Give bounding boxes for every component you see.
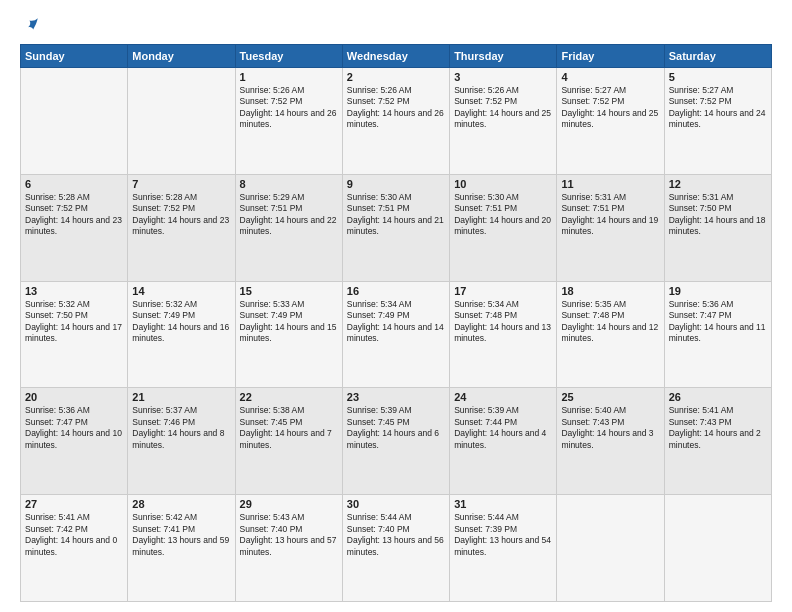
weekday-header-saturday: Saturday [664,45,771,68]
day-info: Sunrise: 5:34 AM Sunset: 7:49 PM Dayligh… [347,299,445,345]
calendar-cell: 23Sunrise: 5:39 AM Sunset: 7:45 PM Dayli… [342,388,449,495]
day-info: Sunrise: 5:42 AM Sunset: 7:41 PM Dayligh… [132,512,230,558]
day-info: Sunrise: 5:30 AM Sunset: 7:51 PM Dayligh… [347,192,445,238]
calendar-cell: 19Sunrise: 5:36 AM Sunset: 7:47 PM Dayli… [664,281,771,388]
calendar-cell: 22Sunrise: 5:38 AM Sunset: 7:45 PM Dayli… [235,388,342,495]
day-info: Sunrise: 5:31 AM Sunset: 7:51 PM Dayligh… [561,192,659,238]
logo [20,16,40,34]
day-info: Sunrise: 5:44 AM Sunset: 7:40 PM Dayligh… [347,512,445,558]
calendar-cell: 13Sunrise: 5:32 AM Sunset: 7:50 PM Dayli… [21,281,128,388]
day-info: Sunrise: 5:32 AM Sunset: 7:49 PM Dayligh… [132,299,230,345]
weekday-header-friday: Friday [557,45,664,68]
calendar-cell [128,68,235,175]
day-info: Sunrise: 5:38 AM Sunset: 7:45 PM Dayligh… [240,405,338,451]
day-number: 15 [240,285,338,297]
calendar-cell: 16Sunrise: 5:34 AM Sunset: 7:49 PM Dayli… [342,281,449,388]
calendar-cell: 1Sunrise: 5:26 AM Sunset: 7:52 PM Daylig… [235,68,342,175]
calendar-cell: 25Sunrise: 5:40 AM Sunset: 7:43 PM Dayli… [557,388,664,495]
calendar-week-row: 27Sunrise: 5:41 AM Sunset: 7:42 PM Dayli… [21,495,772,602]
day-number: 7 [132,178,230,190]
day-info: Sunrise: 5:26 AM Sunset: 7:52 PM Dayligh… [240,85,338,131]
calendar-cell: 3Sunrise: 5:26 AM Sunset: 7:52 PM Daylig… [450,68,557,175]
calendar-cell: 4Sunrise: 5:27 AM Sunset: 7:52 PM Daylig… [557,68,664,175]
calendar-cell: 14Sunrise: 5:32 AM Sunset: 7:49 PM Dayli… [128,281,235,388]
day-number: 26 [669,391,767,403]
day-number: 9 [347,178,445,190]
day-info: Sunrise: 5:44 AM Sunset: 7:39 PM Dayligh… [454,512,552,558]
day-info: Sunrise: 5:26 AM Sunset: 7:52 PM Dayligh… [347,85,445,131]
day-number: 30 [347,498,445,510]
weekday-header-monday: Monday [128,45,235,68]
calendar-cell: 6Sunrise: 5:28 AM Sunset: 7:52 PM Daylig… [21,174,128,281]
day-number: 19 [669,285,767,297]
calendar-cell [664,495,771,602]
day-number: 12 [669,178,767,190]
day-info: Sunrise: 5:35 AM Sunset: 7:48 PM Dayligh… [561,299,659,345]
day-number: 28 [132,498,230,510]
calendar-header-row: SundayMondayTuesdayWednesdayThursdayFrid… [21,45,772,68]
day-number: 4 [561,71,659,83]
day-number: 8 [240,178,338,190]
day-number: 2 [347,71,445,83]
day-number: 13 [25,285,123,297]
calendar-cell: 8Sunrise: 5:29 AM Sunset: 7:51 PM Daylig… [235,174,342,281]
weekday-header-tuesday: Tuesday [235,45,342,68]
calendar-table: SundayMondayTuesdayWednesdayThursdayFrid… [20,44,772,602]
day-number: 1 [240,71,338,83]
day-info: Sunrise: 5:36 AM Sunset: 7:47 PM Dayligh… [25,405,123,451]
calendar-cell: 10Sunrise: 5:30 AM Sunset: 7:51 PM Dayli… [450,174,557,281]
calendar-cell: 18Sunrise: 5:35 AM Sunset: 7:48 PM Dayli… [557,281,664,388]
day-info: Sunrise: 5:40 AM Sunset: 7:43 PM Dayligh… [561,405,659,451]
day-info: Sunrise: 5:27 AM Sunset: 7:52 PM Dayligh… [561,85,659,131]
calendar-cell: 21Sunrise: 5:37 AM Sunset: 7:46 PM Dayli… [128,388,235,495]
day-info: Sunrise: 5:41 AM Sunset: 7:43 PM Dayligh… [669,405,767,451]
weekday-header-wednesday: Wednesday [342,45,449,68]
calendar-cell: 5Sunrise: 5:27 AM Sunset: 7:52 PM Daylig… [664,68,771,175]
calendar-cell: 31Sunrise: 5:44 AM Sunset: 7:39 PM Dayli… [450,495,557,602]
calendar-cell: 29Sunrise: 5:43 AM Sunset: 7:40 PM Dayli… [235,495,342,602]
weekday-header-thursday: Thursday [450,45,557,68]
day-info: Sunrise: 5:29 AM Sunset: 7:51 PM Dayligh… [240,192,338,238]
calendar-cell: 20Sunrise: 5:36 AM Sunset: 7:47 PM Dayli… [21,388,128,495]
day-number: 10 [454,178,552,190]
logo-bird-icon [22,16,40,34]
day-number: 14 [132,285,230,297]
calendar-cell [21,68,128,175]
calendar-cell: 28Sunrise: 5:42 AM Sunset: 7:41 PM Dayli… [128,495,235,602]
day-number: 21 [132,391,230,403]
calendar-cell: 26Sunrise: 5:41 AM Sunset: 7:43 PM Dayli… [664,388,771,495]
day-number: 20 [25,391,123,403]
day-number: 25 [561,391,659,403]
day-info: Sunrise: 5:43 AM Sunset: 7:40 PM Dayligh… [240,512,338,558]
day-number: 22 [240,391,338,403]
day-info: Sunrise: 5:28 AM Sunset: 7:52 PM Dayligh… [132,192,230,238]
day-number: 23 [347,391,445,403]
calendar-week-row: 13Sunrise: 5:32 AM Sunset: 7:50 PM Dayli… [21,281,772,388]
calendar-cell: 17Sunrise: 5:34 AM Sunset: 7:48 PM Dayli… [450,281,557,388]
day-number: 27 [25,498,123,510]
day-number: 29 [240,498,338,510]
calendar-week-row: 1Sunrise: 5:26 AM Sunset: 7:52 PM Daylig… [21,68,772,175]
day-number: 24 [454,391,552,403]
calendar-cell: 11Sunrise: 5:31 AM Sunset: 7:51 PM Dayli… [557,174,664,281]
calendar-cell: 2Sunrise: 5:26 AM Sunset: 7:52 PM Daylig… [342,68,449,175]
day-number: 3 [454,71,552,83]
calendar-cell: 24Sunrise: 5:39 AM Sunset: 7:44 PM Dayli… [450,388,557,495]
day-number: 18 [561,285,659,297]
day-info: Sunrise: 5:26 AM Sunset: 7:52 PM Dayligh… [454,85,552,131]
day-info: Sunrise: 5:39 AM Sunset: 7:45 PM Dayligh… [347,405,445,451]
day-info: Sunrise: 5:30 AM Sunset: 7:51 PM Dayligh… [454,192,552,238]
calendar-cell: 15Sunrise: 5:33 AM Sunset: 7:49 PM Dayli… [235,281,342,388]
day-info: Sunrise: 5:28 AM Sunset: 7:52 PM Dayligh… [25,192,123,238]
day-info: Sunrise: 5:41 AM Sunset: 7:42 PM Dayligh… [25,512,123,558]
day-info: Sunrise: 5:39 AM Sunset: 7:44 PM Dayligh… [454,405,552,451]
day-info: Sunrise: 5:32 AM Sunset: 7:50 PM Dayligh… [25,299,123,345]
calendar-cell [557,495,664,602]
calendar-cell: 30Sunrise: 5:44 AM Sunset: 7:40 PM Dayli… [342,495,449,602]
calendar-cell: 12Sunrise: 5:31 AM Sunset: 7:50 PM Dayli… [664,174,771,281]
calendar-cell: 27Sunrise: 5:41 AM Sunset: 7:42 PM Dayli… [21,495,128,602]
day-number: 11 [561,178,659,190]
day-info: Sunrise: 5:37 AM Sunset: 7:46 PM Dayligh… [132,405,230,451]
day-info: Sunrise: 5:33 AM Sunset: 7:49 PM Dayligh… [240,299,338,345]
day-info: Sunrise: 5:36 AM Sunset: 7:47 PM Dayligh… [669,299,767,345]
